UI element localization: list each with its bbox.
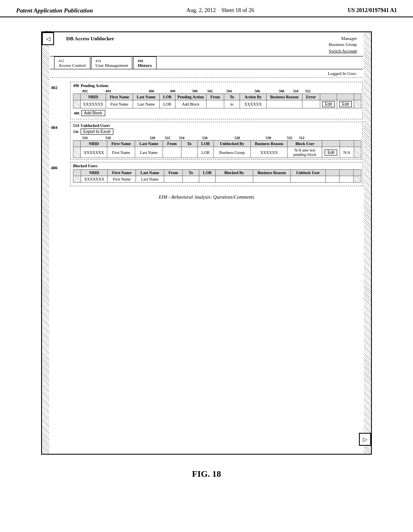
bcol-business-reason-header: Business Reason	[253, 170, 290, 176]
blocked-section-wrapper: 486 Blocked Users NBID First Name	[70, 162, 363, 186]
tab-history[interactable]: 416 History	[133, 56, 156, 69]
u-edit-btn[interactable]: Edit	[322, 147, 340, 158]
ucol-to-header: To	[181, 141, 197, 147]
bcol-blocked-by-header: Blocked By	[215, 170, 253, 176]
ucol-ref-528: 528	[221, 136, 253, 140]
bcol-firstname-header: First Name	[108, 170, 136, 176]
uhatch-td-left	[73, 147, 81, 158]
b-nbid: XXXXXXX	[81, 176, 108, 183]
pending-business-reason	[267, 100, 302, 108]
tab-access-control[interactable]: 412 Access Control	[54, 56, 90, 69]
bcol-lob-header: LOB	[199, 170, 215, 176]
bcol-unblock-header: Unblock User	[290, 170, 325, 176]
ucol-ref-532: 532	[284, 136, 296, 140]
pending-error	[302, 100, 320, 108]
u-lob: LOB	[197, 147, 213, 158]
pending-lastname: Last Name	[133, 100, 159, 108]
pending-action: Add Block	[175, 100, 206, 108]
ucol-ref-518: 518	[96, 136, 120, 140]
ref-486: 486	[51, 165, 58, 170]
col-business-reason-header: Business Reason	[267, 94, 302, 100]
col-ref-510: 510	[290, 89, 302, 93]
header-manager: Manager	[329, 35, 357, 42]
ucol-unblocked-by-header: Unblocked By	[213, 141, 250, 147]
col-pending-action-header: Pending Action	[175, 94, 206, 100]
header-switch-account: Switch Account	[329, 48, 357, 54]
bcol-lastname-header: Last Name	[136, 170, 164, 176]
edit-btn-1[interactable]: Edit	[322, 101, 335, 107]
hatch-border-right	[364, 32, 371, 454]
u-nbid: XXXXXXX	[81, 147, 107, 158]
edit-btn-2[interactable]: Edit	[339, 101, 352, 107]
edit-btn-u[interactable]: Edit	[325, 150, 337, 156]
col-ref-506: 506	[241, 89, 273, 93]
tab-row: 412 Access Control 414 User Management 4…	[50, 56, 363, 69]
ucol-business-reason-header: Business Reason	[250, 141, 288, 147]
ucol-block-user-header: Block User	[288, 141, 322, 147]
b-business-reason	[253, 176, 290, 183]
add-block-row: 488 Add Block	[73, 108, 361, 118]
u-unblocked-by: Business Group	[213, 147, 250, 158]
u-lastname: Last Name	[135, 147, 163, 158]
fig-label: FIG. 18	[41, 469, 372, 479]
ucol-nbid-header: NBID	[81, 141, 107, 147]
bhatch-th-left	[73, 170, 81, 176]
blocked-header: Blocked Users	[73, 164, 361, 168]
unblocked-section: 514 Unblocked Users 536 Export to Excel …	[70, 122, 363, 160]
col-refs-unblocked: 516 518 520 522 524 526 528 530 532 512	[73, 136, 361, 140]
box-title: DB Access Unblocker	[66, 35, 114, 42]
pending-firstname: First Name	[106, 100, 133, 108]
pending-actions-label: Pending Actions	[81, 83, 108, 88]
pending-actions-header: 490 Pending Actions	[73, 83, 361, 88]
unblocked-section-wrapper: 484 514 Unblocked Users 536 Export to Ex…	[70, 122, 363, 160]
uhatch-th-left	[73, 141, 81, 147]
col-ref-508: 508	[273, 89, 290, 93]
b-unblock	[290, 176, 325, 183]
export-excel-button[interactable]: Export to Excel	[81, 129, 113, 135]
logged-in-label: Logged In User:	[50, 69, 363, 78]
col-from-header: From	[206, 94, 224, 100]
hatch-th-right	[354, 94, 361, 100]
ref-488: 488	[74, 111, 79, 115]
bhatch-td-right	[354, 176, 361, 183]
bcol-edit-header	[325, 170, 340, 176]
b-to	[183, 176, 199, 183]
ucol-from-header: From	[163, 141, 181, 147]
bcol-nbid-header: NBID	[81, 170, 108, 176]
blocked-row-1: XXXXXXX First Name Last Name	[73, 176, 361, 183]
tab-user-management[interactable]: 414 User Management	[91, 56, 133, 69]
ucol-ref-518b	[120, 136, 144, 140]
bcol-from-header: From	[164, 170, 182, 176]
add-block-button[interactable]: Add Block	[81, 110, 105, 116]
ref-490: 490	[73, 83, 79, 88]
export-row: 536 Export to Excel	[73, 129, 361, 135]
pending-to: to	[224, 100, 240, 108]
col-lastname-header: Last Name	[133, 94, 159, 100]
pending-section-wrapper: 482 490 Pending Actions 492 494 496 498	[70, 82, 363, 119]
right-arrow-tab[interactable]: ▷	[359, 433, 371, 446]
ref-484: 484	[51, 125, 58, 130]
b-blocked-by	[215, 176, 253, 183]
ucol-ref-526: 526	[189, 136, 221, 140]
pending-edit2[interactable]: Edit	[337, 100, 354, 108]
hatch-td-left	[73, 100, 81, 108]
col-edit2-header	[337, 94, 354, 100]
ref-536: 536	[73, 130, 79, 134]
unblocked-header: 514 Unblocked Users	[73, 123, 361, 128]
ucol-ref-524: 524	[175, 136, 189, 140]
blocked-table: NBID First Name Last Name From To LOB Bl…	[73, 169, 361, 183]
unblocked-row-1: XXXXXXX First Name Last Name LOB Busines…	[73, 147, 361, 158]
bhatch-th-right	[354, 170, 361, 176]
ucol-ref-520: 520	[144, 136, 161, 140]
hatch-td-right	[354, 100, 361, 108]
col-ref-494: 494	[96, 89, 120, 93]
pending-action-by: XXXXXX	[240, 100, 266, 108]
tab-ref-414: 414	[96, 59, 101, 63]
pending-edit1[interactable]: Edit	[320, 100, 337, 108]
b-lob	[199, 176, 215, 183]
col-refs-pending: 492 494 496 498 500 502 504 506 508 510 …	[73, 89, 361, 93]
left-arrow-tab[interactable]: ◁	[42, 32, 54, 45]
b-edit	[325, 176, 340, 183]
u-to	[181, 147, 197, 158]
bcol-na-header	[340, 170, 354, 176]
